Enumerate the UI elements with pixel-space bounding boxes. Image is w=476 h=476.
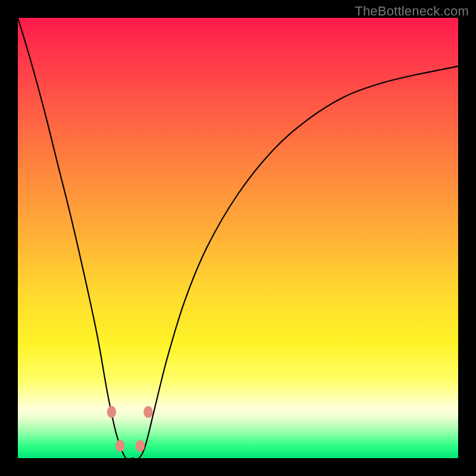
trough-marker [144,406,153,418]
trough-marker [115,440,124,452]
chart-container: TheBottleneck.com [0,0,476,476]
bottleneck-curve [18,18,458,458]
watermark-text: TheBottleneck.com [355,4,469,19]
plot-area [18,18,458,458]
trough-marker [107,406,116,418]
trough-marker [136,440,145,452]
